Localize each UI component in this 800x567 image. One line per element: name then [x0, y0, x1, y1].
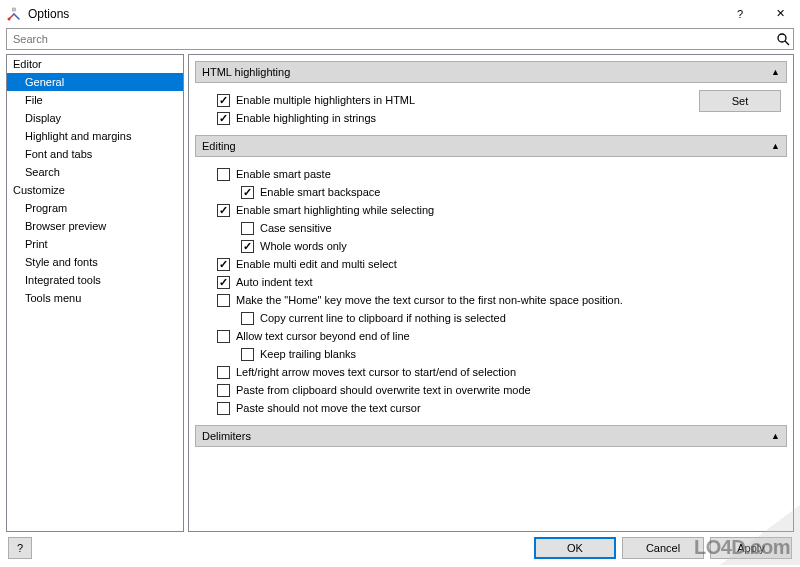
section-header[interactable]: Editing▲	[195, 135, 787, 157]
tree-item[interactable]: Integrated tools	[7, 271, 183, 289]
checkbox[interactable]	[217, 204, 230, 217]
tree-item[interactable]: Print	[7, 235, 183, 253]
svg-line-5	[785, 41, 789, 45]
collapse-caret-icon: ▲	[771, 141, 780, 151]
svg-point-4	[778, 34, 786, 42]
tree-item[interactable]: General	[7, 73, 183, 91]
tree-item[interactable]: Style and fonts	[7, 253, 183, 271]
cancel-button[interactable]: Cancel	[622, 537, 704, 559]
option-row: Enable smart backspace	[195, 183, 787, 201]
collapse-caret-icon: ▲	[771, 67, 780, 77]
option-row: Copy current line to clipboard if nothin…	[195, 309, 787, 327]
section-header[interactable]: HTML highlighting▲	[195, 61, 787, 83]
option-label: Enable smart paste	[236, 168, 331, 180]
option-label: Enable smart highlighting while selectin…	[236, 204, 434, 216]
option-row: Paste should not move the text cursor	[195, 399, 787, 417]
tree-item[interactable]: Highlight and margins	[7, 127, 183, 145]
search-icon[interactable]	[773, 32, 793, 46]
tree-item[interactable]: Font and tabs	[7, 145, 183, 163]
section-title: Editing	[202, 140, 771, 152]
option-row: Make the "Home" key move the text cursor…	[195, 291, 787, 309]
checkbox[interactable]	[217, 402, 230, 415]
option-label: Keep trailing blanks	[260, 348, 356, 360]
tree-item[interactable]: File	[7, 91, 183, 109]
checkbox[interactable]	[217, 168, 230, 181]
option-label: Enable smart backspace	[260, 186, 380, 198]
section-title: Delimiters	[202, 430, 771, 442]
section-header[interactable]: Delimiters▲	[195, 425, 787, 447]
option-row: Allow text cursor beyond end of line	[195, 327, 787, 345]
checkbox[interactable]	[241, 240, 254, 253]
window-title: Options	[28, 7, 69, 21]
option-row: Keep trailing blanks	[195, 345, 787, 363]
checkbox[interactable]	[217, 330, 230, 343]
app-icon	[6, 6, 22, 22]
checkbox[interactable]	[241, 222, 254, 235]
checkbox[interactable]	[217, 276, 230, 289]
checkbox[interactable]	[217, 294, 230, 307]
category-tree: EditorGeneralFileDisplayHighlight and ma…	[6, 54, 184, 532]
svg-point-1	[8, 17, 11, 20]
context-help-button[interactable]: ?	[8, 537, 32, 559]
tree-item[interactable]: Program	[7, 199, 183, 217]
tree-item[interactable]: Display	[7, 109, 183, 127]
tree-item[interactable]: Search	[7, 163, 183, 181]
svg-rect-3	[13, 8, 16, 11]
checkbox[interactable]	[241, 186, 254, 199]
option-label: Auto indent text	[236, 276, 312, 288]
option-row: Paste from clipboard should overwrite te…	[195, 381, 787, 399]
search-input[interactable]	[7, 29, 773, 49]
section-title: HTML highlighting	[202, 66, 771, 78]
search-bar	[6, 28, 794, 50]
option-label: Make the "Home" key move the text cursor…	[236, 294, 623, 306]
option-label: Left/right arrow moves text cursor to st…	[236, 366, 516, 378]
option-row: Auto indent text	[195, 273, 787, 291]
option-row: Enable smart highlighting while selectin…	[195, 201, 787, 219]
option-row: Case sensitive	[195, 219, 787, 237]
option-label: Enable highlighting in strings	[236, 112, 376, 124]
checkbox[interactable]	[217, 258, 230, 271]
ok-button[interactable]: OK	[534, 537, 616, 559]
options-panel: HTML highlighting▲SetEnable multiple hig…	[188, 54, 794, 532]
option-label: Enable multiple highlighters in HTML	[236, 94, 415, 106]
collapse-caret-icon: ▲	[771, 431, 780, 441]
checkbox[interactable]	[241, 348, 254, 361]
svg-line-2	[14, 14, 19, 19]
checkbox[interactable]	[217, 384, 230, 397]
checkbox[interactable]	[217, 94, 230, 107]
tree-item[interactable]: Browser preview	[7, 217, 183, 235]
watermark-text: LO4D.com	[694, 536, 790, 559]
tree-item[interactable]: Tools menu	[7, 289, 183, 307]
dialog-footer: ? OK Cancel Apply	[0, 532, 800, 564]
help-button[interactable]: ?	[720, 0, 760, 28]
checkbox[interactable]	[217, 112, 230, 125]
option-label: Paste from clipboard should overwrite te…	[236, 384, 531, 396]
option-label: Paste should not move the text cursor	[236, 402, 421, 414]
option-label: Whole words only	[260, 240, 347, 252]
tree-category[interactable]: Customize	[7, 181, 183, 199]
option-label: Allow text cursor beyond end of line	[236, 330, 410, 342]
checkbox[interactable]	[217, 366, 230, 379]
checkbox[interactable]	[241, 312, 254, 325]
titlebar: Options ? ✕	[0, 0, 800, 28]
option-label: Copy current line to clipboard if nothin…	[260, 312, 506, 324]
option-row: Left/right arrow moves text cursor to st…	[195, 363, 787, 381]
option-row: Enable multi edit and multi select	[195, 255, 787, 273]
set-button[interactable]: Set	[699, 90, 781, 112]
option-row: Whole words only	[195, 237, 787, 255]
option-row: Enable smart paste	[195, 165, 787, 183]
tree-category[interactable]: Editor	[7, 55, 183, 73]
option-label: Case sensitive	[260, 222, 332, 234]
option-label: Enable multi edit and multi select	[236, 258, 397, 270]
close-button[interactable]: ✕	[760, 0, 800, 28]
